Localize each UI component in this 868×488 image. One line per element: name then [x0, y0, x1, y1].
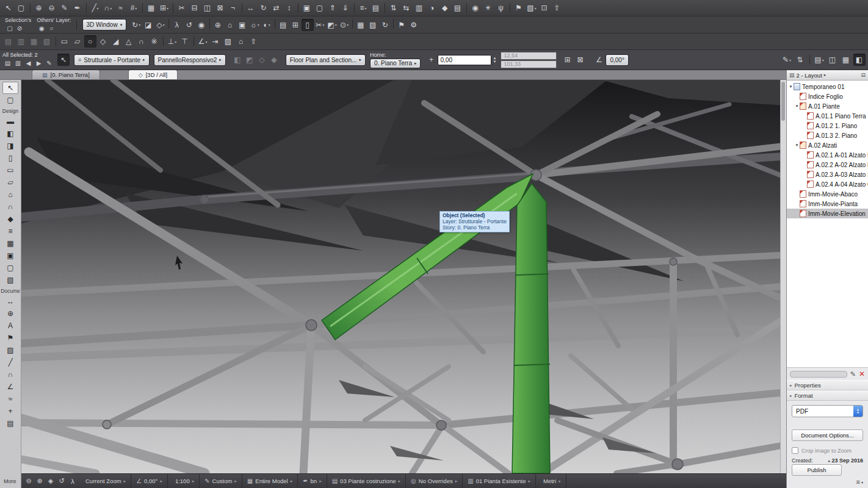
dimension-tool[interactable]: ↔ — [2, 295, 18, 307]
projection-front-icon[interactable]: ◧ — [231, 54, 244, 66]
trim-icon[interactable]: ⊟ — [189, 2, 201, 14]
window-selector-dropdown[interactable]: 3D Window▾ — [82, 19, 127, 30]
elevation-lock-icon[interactable]: ⊤ — [179, 35, 191, 48]
toolbox-more-label[interactable]: More — [0, 478, 16, 488]
stair-tool[interactable]: ≡ — [2, 225, 18, 237]
tracker-close-icon[interactable]: ⊠ — [574, 54, 586, 66]
tree-item[interactable]: A.02.2 A-02 Alzato Est — [787, 160, 868, 170]
home-story-icon[interactable]: ⌂ — [235, 35, 247, 48]
orbit-icon[interactable]: ↺ — [183, 19, 195, 31]
drawing-tool[interactable]: ▤ — [2, 417, 18, 429]
delete-item-icon[interactable]: ✕ — [859, 370, 865, 378]
list-menu-icon[interactable]: ≡ — [856, 478, 860, 486]
relative-angle-icon[interactable]: ∠▾ — [197, 35, 209, 48]
schedule-icon[interactable]: ▤ — [452, 2, 464, 14]
angle-field[interactable]: 0,00° — [606, 54, 628, 66]
adjust-icon[interactable]: ⊠ — [214, 2, 226, 14]
object-tool[interactable]: ▣ — [2, 249, 18, 262]
viewport-scrollbar[interactable] — [780, 80, 786, 473]
tree-item[interactable]: ▾ A.01 Piante — [787, 101, 868, 111]
tree-item[interactable]: A.01.3 2. Piano — [787, 131, 868, 140]
infobox-brush-icon[interactable]: ✎ — [44, 59, 54, 68]
properties-section[interactable]: ▸ Properties — [787, 380, 868, 390]
bring-forward-icon[interactable]: ⇑ — [327, 2, 339, 14]
tree-caret-icon[interactable]: ▾ — [788, 84, 794, 89]
zoom-in-icon[interactable]: ⊕ — [33, 2, 45, 14]
text-tool[interactable]: A — [2, 320, 18, 332]
cutting-plane-icon[interactable]: ✂▾ — [314, 19, 326, 31]
organizer-panel-icon[interactable]: ◫ — [826, 54, 839, 66]
detail-icon[interactable]: ◑ — [426, 2, 438, 14]
status-zoom-out-icon[interactable]: ⊖ — [23, 476, 34, 487]
marquee-icon[interactable]: ▢ — [15, 2, 27, 14]
stretch-icon[interactable]: ↕ — [283, 2, 295, 14]
frame-icon[interactable]: ▣ — [236, 19, 248, 31]
tree-item[interactable]: ▾ Temporaneo 01 — [787, 82, 868, 92]
view-dropdown[interactable]: Floor Plan and Section... ▸ — [286, 54, 366, 66]
grid-display-icon[interactable]: ▤ — [2, 35, 15, 48]
window-tool[interactable]: ◨ — [2, 140, 18, 152]
created-value-group[interactable]: ▸ 23 Sep 2016 — [828, 458, 863, 464]
tree-item[interactable]: A.02.3 A-03 Alzato Sud — [787, 170, 868, 179]
refresh-icon[interactable]: ↻▾ — [130, 19, 142, 31]
up-one-story-icon[interactable]: ⇧ — [248, 35, 260, 48]
pin-icon[interactable]: ⊟ — [861, 72, 866, 78]
curtain-wall-tool[interactable]: ▦ — [2, 237, 18, 249]
tree-item[interactable]: ▾ A.02 Alzati — [787, 140, 868, 150]
zoom-out-icon[interactable]: ⊖ — [46, 2, 58, 14]
add-selection-icon[interactable]: ⊕ — [212, 19, 224, 31]
scrollbar-thumb[interactable] — [781, 82, 785, 121]
view-tab[interactable]: ◇ [3D / All] — [128, 70, 178, 79]
library-icon[interactable]: ▧▾ — [526, 2, 538, 14]
tree-item[interactable]: A.01.2 1. Piano — [787, 121, 868, 131]
pen-menu[interactable]: ✒ bn ▸ — [298, 474, 327, 488]
status-orbit-icon[interactable]: ↺ — [56, 476, 67, 487]
infobox-forward-icon[interactable]: ▶ — [34, 59, 44, 68]
deselect-all-icon[interactable]: ⊘ — [15, 24, 24, 32]
magic-wand-icon[interactable]: ※ — [148, 35, 161, 48]
door-tool[interactable]: ◧ — [2, 127, 18, 140]
navigator-header[interactable]: ▤ 2 - Layout ▸ ⊟ — [787, 70, 868, 81]
chamfer-method-icon[interactable]: ◢ — [110, 35, 122, 48]
status-walk-icon[interactable]: λ — [67, 476, 78, 487]
cutaway-icon[interactable]: ◩▾ — [326, 19, 338, 31]
camera-icon[interactable]: ◉ — [469, 2, 482, 14]
level-dimension-tool[interactable]: ⊕ — [2, 307, 18, 320]
pen-icon[interactable]: ✒ — [71, 2, 84, 14]
publisher-icon[interactable]: ⇧ — [551, 2, 563, 14]
status-pan-icon[interactable]: ◈ — [45, 476, 56, 487]
sun-settings-icon[interactable]: ☼▾ — [248, 19, 261, 31]
navigator-toggle-icon[interactable]: ◧ — [853, 54, 866, 66]
group-icon[interactable]: ▣ — [301, 2, 313, 14]
gravity-icon[interactable]: ⊥▾ — [166, 35, 178, 48]
copy-icon[interactable]: ▤ — [277, 19, 289, 31]
format-section[interactable]: ▸ Format — [787, 390, 868, 401]
infobox-view-icon[interactable]: ▤ — [2, 59, 13, 68]
arrow-tool[interactable]: ↖ — [2, 82, 18, 94]
tree-item[interactable]: Imm-Movie-Elevation — [787, 209, 868, 218]
offset-icon[interactable]: ⇥ — [209, 35, 222, 48]
tree-item[interactable]: Imm-Movie-Abaco — [787, 189, 868, 199]
sun-icon[interactable]: ☀ — [482, 2, 494, 14]
split-icon[interactable]: ◫ — [201, 2, 214, 14]
grid-icon[interactable]: #▾ — [128, 2, 140, 14]
mirror-icon[interactable]: ⇄ — [270, 2, 283, 14]
vault-method-icon[interactable]: ∩ — [136, 35, 148, 48]
morph-tool[interactable]: ◆ — [2, 213, 18, 225]
column-tool[interactable]: ▯ — [2, 152, 18, 164]
select-previous-icon[interactable]: ▢ — [5, 24, 15, 32]
pop-up-navigator-icon[interactable]: ▤▾ — [813, 54, 825, 66]
tree-caret-icon[interactable]: ▾ — [794, 143, 800, 148]
show-others-layer-icon[interactable]: ◉ — [37, 24, 46, 32]
polyline-tool[interactable]: ∠ — [2, 381, 18, 393]
shell-tool[interactable]: ∩ — [2, 201, 18, 213]
pen-set-menu[interactable]: ✎ Custom ▸ — [200, 474, 242, 488]
structure-filter-menu[interactable]: ▦ Entire Model ▸ — [242, 474, 298, 488]
rotate-icon[interactable]: ↻ — [258, 2, 270, 14]
section-icon[interactable]: ⇅ — [388, 2, 400, 14]
roof-tool[interactable]: ⌂ — [2, 188, 18, 201]
favorite-dropdown[interactable]: PannelloResponsivo2 ▸ — [154, 54, 226, 66]
arc-tool[interactable]: ∩ — [2, 368, 18, 381]
tree-horizontal-scrollbar[interactable] — [790, 371, 847, 378]
layouting-icon[interactable]: ▦ — [355, 19, 367, 31]
